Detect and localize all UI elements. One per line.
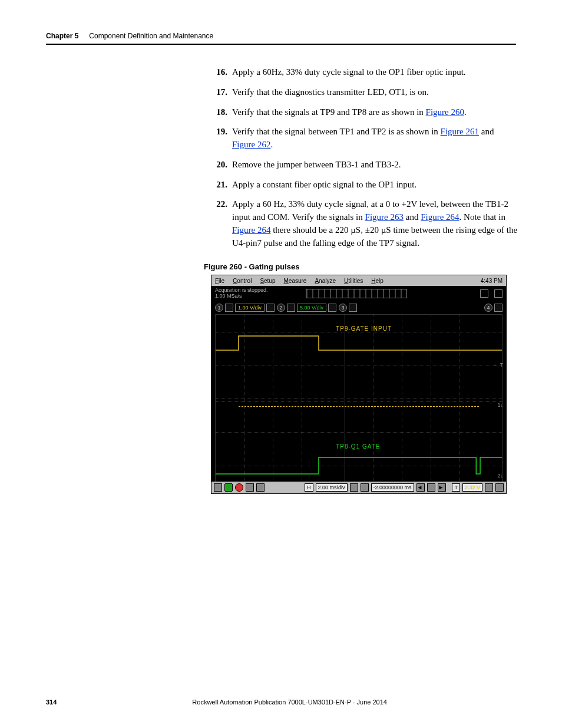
menu-analyze[interactable]: Analyze [315,278,336,284]
spinner-icon[interactable] [485,483,493,492]
scope-bottom-bar: H 2.00 ms/div -2.00000000 ms ◄ ► T 2.32 … [211,482,506,493]
page-number: 314 [46,699,57,706]
channel-1[interactable]: 1 1.00 V/div [215,302,275,313]
trigger-mark-t: ← T [493,362,503,368]
page-footer: 314 Rockwell Automation Publication 7000… [46,699,516,706]
trace-tp9 [216,335,502,351]
link-figure-260[interactable]: Figure 260 [426,107,464,117]
channel-4[interactable]: 4 [484,302,503,313]
bw-icon [266,304,275,312]
link-figure-264[interactable]: Figure 264 [421,212,459,222]
link-figure-263[interactable]: Figure 263 [365,212,404,222]
scope-tool-icon[interactable] [494,289,503,298]
link-figure-261[interactable]: Figure 261 [441,127,479,136]
channel-3[interactable]: 3 [339,302,357,313]
step-21: 21. Apply a constant fiber optic signal … [212,179,518,192]
trace-label-tp8: TP8-Q1 GATE [336,443,380,450]
link-figure-262[interactable]: Figure 262 [232,140,270,149]
chapter-title: Component Definition and Maintenance [89,32,213,40]
trigger-level[interactable]: 2.32 V [462,483,482,492]
scope-overview-icon [306,289,407,298]
trace-tp8 [216,456,502,475]
step-16: 16. Apply a 60Hz, 33% duty cycle signal … [212,66,518,79]
step-19: 19. Verify that the signal between TP1 a… [212,126,518,151]
menu-setup[interactable]: Setup [260,278,275,284]
menu-help[interactable]: Help [371,278,384,284]
step-17: 17. Verify that the diagnostics transmit… [212,86,518,99]
trigger-label: T [452,483,460,492]
trace-ref [216,401,502,401]
scope-menubar: File Control Setup Measure Analyze Utili… [211,275,506,286]
right-arrow-icon[interactable]: ► [438,483,446,492]
time-offset[interactable]: -2.00000000 ms [371,483,414,492]
step-18: 18. Verify that the signals at TP9 and T… [212,106,518,119]
coupling-icon [287,304,295,312]
coupling-icon [494,304,503,312]
coupling-icon [225,304,233,312]
scope-status-bar: Acquisition is stopped. 1.00 MSa/s [211,286,506,301]
channel-2[interactable]: 2 5.00 V/div [277,302,336,313]
trace-mid [239,406,479,407]
menu-measure[interactable]: Measure [284,278,307,284]
timebase-value[interactable]: 2.00 ms/div [316,483,348,492]
timebase-label: H [305,483,313,492]
trace-label-tp9: TP9-GATE INPUT [336,325,392,332]
scope-clock: 4:43 PM [481,278,503,284]
adjust-icon[interactable] [350,483,358,492]
coupling-icon [349,304,357,312]
tool-icon[interactable] [214,483,222,492]
left-arrow-icon[interactable]: ◄ [416,483,425,492]
scope-channel-bar: 1 1.00 V/div 2 5.00 V/div 3 4 [211,301,506,314]
menu-file[interactable]: File [215,278,224,284]
running-head: Chapter 5 Component Definition and Maint… [46,32,516,40]
ground-mark-1: 1↓ [497,402,503,408]
body-content: 16. Apply a 60Hz, 33% duty cycle signal … [212,66,518,494]
menu-control[interactable]: Control [233,278,252,284]
header-rule [46,44,516,45]
tool-icon[interactable] [495,483,504,492]
print-icon[interactable] [256,483,265,492]
save-icon[interactable] [246,483,254,492]
link-figure-264-b[interactable]: Figure 264 [232,225,270,235]
publication-line: Rockwell Automation Publication 7000L-UM… [192,699,387,706]
chapter-label: Chapter 5 [46,32,78,40]
adjust-icon[interactable] [361,483,369,492]
figure-260-caption: Figure 260 - Gating pulses [204,262,518,271]
step-22: 22. Apply a 60 Hz, 33% duty cycle signal… [212,198,518,249]
ground-mark-2: 2↓ [497,473,503,479]
stop-button[interactable] [235,483,243,492]
menu-utilities[interactable]: Utilities [344,278,363,284]
center-icon[interactable] [427,483,435,492]
oscilloscope-screenshot: File Control Setup Measure Analyze Utili… [211,275,507,494]
step-20: 20. Remove the jumper between TB3-1 and … [212,159,518,172]
scope-graticule: TP9-GATE INPUT TP8-Q1 GATE ← T 1↓ 2↓ [215,314,503,483]
run-button[interactable] [224,483,233,492]
bw-icon [328,304,336,312]
scope-tool-icon[interactable] [480,289,488,298]
